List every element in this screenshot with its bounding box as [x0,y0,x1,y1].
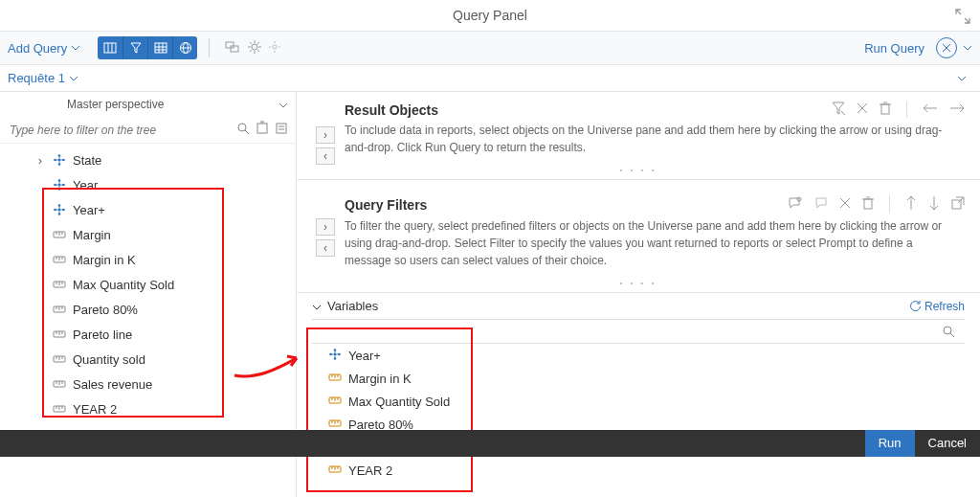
search-icon [942,325,955,338]
close-icon[interactable] [857,102,868,117]
tree-filter-input[interactable] [8,123,231,138]
filter-nav-arrows: › ‹ [316,218,335,257]
search-icon[interactable] [236,122,250,138]
svg-rect-27 [231,46,238,52]
result-objects-section: › ‹ Result Objects To include data in re… [297,92,980,180]
combine-queries-icon[interactable] [225,40,240,56]
svg-rect-44 [257,124,267,133]
svg-rect-49 [881,104,889,114]
add-filter-button[interactable]: › [316,218,335,236]
main-toolbar: Add Query Run Query [0,31,980,65]
svg-rect-15 [104,43,116,53]
chevron-down-icon [71,45,80,51]
expand-icon[interactable] [953,4,972,23]
close-circle-button[interactable] [936,37,957,58]
trash-icon[interactable] [880,102,891,118]
svg-point-37 [273,45,277,49]
cancel-button[interactable]: Cancel [915,430,980,457]
perspective-selector[interactable]: Master perspective [0,92,296,117]
settings-button[interactable] [248,40,261,56]
refresh-label: Refresh [924,300,965,313]
query-filters-title: Query Filters [345,197,788,213]
title-bar: Query Panel [0,0,980,31]
panel-layout-button[interactable] [98,36,122,59]
add-object-button[interactable]: › [316,126,335,144]
add-to-results-icon[interactable] [256,122,269,138]
arrow-up-icon[interactable] [905,195,917,214]
dimension-icon [54,154,65,166]
query-tab-1[interactable]: Requête 1 [8,71,78,85]
query-tabs-bar: Requête 1 [0,65,980,92]
chevron-down-icon [278,98,288,111]
footer-bar [0,430,980,457]
panel-title: Query Panel [453,8,527,23]
filter-icon[interactable] [832,102,845,118]
resize-handle[interactable]: • • • • [297,279,980,286]
globe-button[interactable] [172,36,197,59]
arrow-right-icon[interactable] [949,102,965,117]
variables-title: Variables [327,299,378,313]
filter-single-icon[interactable] [814,196,828,213]
add-query-button[interactable]: Add Query [8,41,80,56]
result-objects-title: Result Objects [345,102,832,118]
filter-button[interactable] [122,36,147,59]
collapse-chevron-icon[interactable] [957,76,967,81]
table-button[interactable] [147,36,172,59]
svg-point-57 [944,327,951,334]
trash-icon[interactable] [862,196,874,213]
svg-line-58 [950,333,954,337]
tree-item-label: State [73,153,101,168]
svg-line-33 [250,42,252,44]
svg-rect-26 [226,42,234,48]
add-query-label: Add Query [8,41,67,56]
view-mode-buttons [98,36,197,59]
toolbar-separator [209,38,210,57]
arrow-left-icon[interactable] [923,102,938,117]
svg-line-36 [250,50,252,52]
annotation-box-right [306,328,473,492]
svg-line-48 [841,111,845,115]
refresh-button[interactable]: Refresh [909,300,965,313]
perspective-label: Master perspective [67,98,164,111]
gear-small-icon[interactable] [269,41,280,56]
svg-point-28 [252,44,257,50]
run-query-label: Run Query [864,41,924,56]
tree-filter-row [0,117,296,144]
remove-filter-button[interactable]: ‹ [316,239,335,257]
arrow-down-icon[interactable] [928,195,940,214]
tree-item-state[interactable]: › State [0,147,296,172]
svg-rect-18 [155,43,167,53]
resize-handle[interactable]: • • • • [297,166,980,173]
expand-icon[interactable]: › [34,153,46,168]
query-filters-desc: To filter the query, select predefined f… [297,217,980,279]
prompt-icon[interactable] [788,196,803,213]
svg-point-42 [238,124,246,131]
run-query-button[interactable]: Run Query [864,41,924,56]
svg-line-35 [257,42,259,44]
svg-rect-45 [277,124,286,133]
annotation-box-left [42,188,224,418]
run-button[interactable]: Run [865,430,915,457]
remove-object-button[interactable]: ‹ [316,147,335,165]
refresh-icon [909,301,921,312]
close-icon[interactable] [839,197,851,212]
svg-line-43 [245,130,249,134]
new-window-icon[interactable] [951,196,965,213]
result-nav-arrows: › ‹ [316,126,335,165]
query-tab-label: Requête 1 [8,71,65,85]
result-objects-desc: To include data in reports, select objec… [297,122,980,166]
svg-line-34 [257,50,259,52]
query-filters-section: › ‹ Query Filters To filter the query, s… [297,180,980,293]
chevron-down-icon[interactable] [963,45,972,51]
collapse-chevron-icon[interactable] [312,299,322,313]
add-to-filters-icon[interactable] [275,122,288,138]
chevron-down-icon [69,76,78,81]
svg-rect-53 [864,199,872,209]
